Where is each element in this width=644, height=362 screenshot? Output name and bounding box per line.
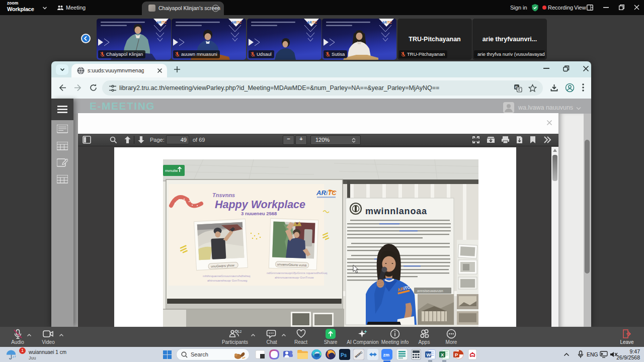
svg-text:ahtnvnuamsnsuqv GvnTmuw: ahtnvnuamsnsuqv GvnTmuw — [275, 276, 314, 279]
svg-text:X: X — [441, 352, 444, 357]
svg-text:Happy Workplace: Happy Workplace — [215, 199, 305, 211]
svg-text:ahtnvnuanshsuqv GvnTmuwg: ahtnvnuanshsuqv GvnTmuwg — [207, 279, 247, 282]
svg-text:mvnuilw: mvnuilw — [165, 169, 178, 172]
svg-text:Tnsvnns: Tnsvnns — [212, 192, 235, 198]
svg-text:mhthnquamwGmuunnavnvhdhshsq: mhthnquamwGmuunnavnvhdhshsq — [203, 275, 250, 278]
svg-text:annsiseuwavusn: annsiseuwavusn — [417, 289, 443, 293]
svg-text:3 nuueneu 2568: 3 nuueneu 2568 — [241, 211, 277, 216]
svg-text:12: 12 — [237, 329, 242, 334]
svg-text:zm: zm — [383, 352, 390, 357]
svg-text:mwinnlanoaa: mwinnlanoaa — [365, 206, 427, 216]
svg-text:ndGmnvamvnsuqvUfjuGmns nquanvd: ndGmnvamvnsuqvUfjuGmns nquanvdhviGuq — [267, 272, 327, 275]
svg-text:Ps: Ps — [341, 352, 347, 358]
svg-text:ARiTC: ARiTC — [156, 21, 167, 24]
svg-text:ARiTC: ARiTC — [316, 189, 337, 197]
svg-text:W: W — [427, 352, 431, 357]
svg-text:P: P — [455, 352, 458, 357]
